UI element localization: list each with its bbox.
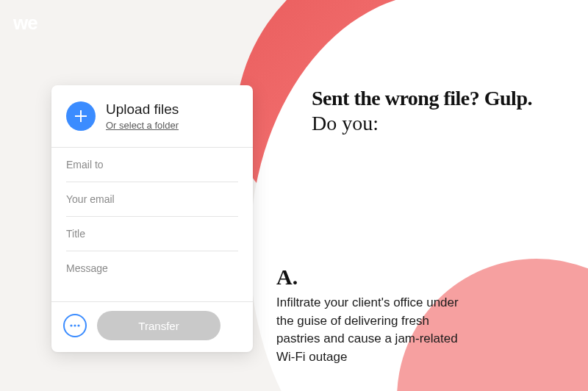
message-input[interactable]: [66, 251, 238, 298]
add-files-button[interactable]: [66, 101, 96, 131]
logo: we: [13, 12, 37, 35]
transfer-button[interactable]: Transfer: [97, 311, 220, 340]
headline-bold: Sent the wrong file? Gulp.: [312, 87, 562, 110]
upload-text: Upload files Or select a folder: [106, 101, 179, 131]
plus-icon: [75, 110, 87, 122]
answer-block: A. Infiltrate your client's office under…: [276, 265, 467, 367]
headline-light: Do you:: [312, 112, 562, 135]
title-input[interactable]: [66, 217, 238, 251]
headline-block: Sent the wrong file? Gulp. Do you:: [312, 87, 562, 135]
select-folder-link[interactable]: Or select a folder: [106, 120, 179, 131]
form-fields: [51, 148, 253, 301]
ellipsis-icon: [70, 324, 80, 327]
card-footer: Transfer: [51, 301, 253, 352]
answer-body: Infiltrate your client's office under th…: [276, 294, 467, 367]
svg-point-2: [77, 324, 79, 326]
answer-letter: A.: [276, 265, 467, 290]
svg-point-1: [74, 324, 76, 326]
your-email-input[interactable]: [66, 182, 238, 217]
upload-section: Upload files Or select a folder: [51, 85, 253, 147]
more-options-button[interactable]: [63, 314, 87, 337]
email-to-input[interactable]: [66, 148, 238, 182]
upload-title: Upload files: [106, 101, 179, 118]
svg-point-0: [70, 324, 72, 326]
transfer-card: Upload files Or select a folder Transfer: [51, 85, 253, 352]
